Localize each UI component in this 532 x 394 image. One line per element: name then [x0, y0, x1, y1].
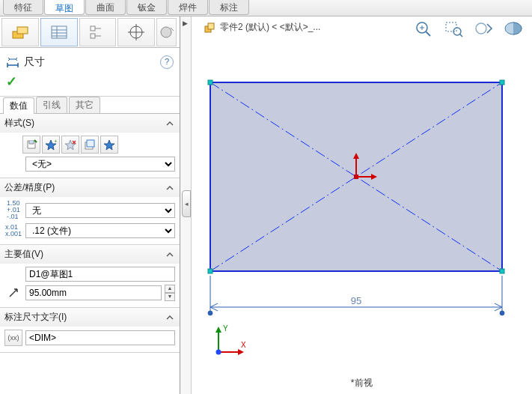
svg-marker-49	[215, 327, 221, 333]
style-update-button[interactable]	[100, 136, 118, 154]
style-remove-button[interactable]	[61, 136, 79, 154]
subtab-leader[interactable]: 引线	[36, 97, 67, 113]
svg-rect-20	[87, 140, 94, 147]
collapse-icon	[165, 249, 175, 260]
command-manager-tabs: 特征 草图 曲面 钣金 焊件 标注	[0, 0, 532, 16]
precision-dropdown[interactable]: .12 (文件)	[25, 223, 175, 238]
property-list-icon	[50, 25, 68, 40]
display-manager-tab[interactable]	[156, 18, 177, 46]
config-tree-icon	[89, 25, 106, 40]
ok-button[interactable]: ✓	[6, 74, 17, 89]
svg-point-52	[216, 350, 221, 355]
tab-weldment[interactable]: 焊件	[168, 0, 208, 15]
style-load-button[interactable]	[81, 136, 99, 154]
property-manager-panel: 尺寸 ? ✓ 数值 引线 其它 样式(S)	[0, 16, 180, 394]
zoom-to-area-button[interactable]	[442, 18, 465, 39]
tab-sketch[interactable]: 草图	[44, 0, 85, 15]
pm-header: 尺寸 ?	[0, 48, 180, 72]
section-view-button[interactable]	[502, 18, 525, 39]
heads-up-toolbar	[412, 18, 525, 39]
section-tolerance: 公差/精度(P) 1.50+.01-.01 无 x.01x.001	[0, 178, 180, 245]
subtab-other[interactable]: 其它	[69, 97, 100, 113]
style-save-button[interactable]	[22, 136, 40, 154]
subtab-value[interactable]: 数值	[3, 97, 34, 114]
section-style-title: 样式(S)	[4, 117, 34, 130]
style-add-button[interactable]: +	[42, 136, 60, 154]
tab-features[interactable]: 特征	[3, 0, 43, 15]
svg-point-47	[500, 311, 504, 315]
collapse-icon	[165, 312, 175, 323]
panel-splitter[interactable]: ▶ ◂	[180, 16, 192, 394]
svg-point-28	[476, 23, 486, 34]
svg-rect-1	[17, 27, 28, 34]
breadcrumb-text: 零件2 (默认) < <默认>_...	[220, 21, 320, 34]
dimtext-prefix-icon[interactable]: (xx)	[4, 330, 22, 346]
help-button[interactable]: ?	[160, 55, 174, 69]
feature-manager-tab[interactable]	[1, 18, 39, 46]
section-style-header[interactable]: 样式(S)	[0, 114, 180, 133]
section-primary-title: 主要值(V)	[4, 248, 43, 261]
part-icon	[204, 22, 215, 34]
collapse-icon	[165, 118, 175, 129]
section-dimtext-title: 标注尺寸文字(I)	[4, 311, 67, 324]
section-style: 样式(S) +	[0, 114, 180, 178]
svg-rect-25	[446, 22, 456, 31]
tab-sheetmetal[interactable]: 钣金	[126, 0, 167, 15]
svg-rect-42	[354, 175, 358, 179]
zoom-to-fit-button[interactable]	[412, 18, 435, 39]
style-icon-row: +	[22, 136, 175, 154]
pm-title: 尺寸	[24, 55, 45, 69]
svg-rect-37	[500, 269, 504, 273]
axis-x-label: X	[241, 341, 246, 349]
pm-sub-tabs: 数值 引线 其它	[0, 97, 180, 114]
orientation-triad[interactable]: Y X	[211, 324, 247, 360]
svg-rect-35	[500, 80, 504, 85]
section-tolerance-title: 公差/精度(P)	[4, 181, 55, 194]
property-manager-tab[interactable]	[40, 18, 78, 46]
task-pane-handle[interactable]: ◂	[182, 190, 191, 217]
section-primary-header[interactable]: 主要值(V)	[0, 245, 180, 264]
collapse-icon	[165, 183, 175, 193]
svg-rect-8	[91, 34, 95, 38]
previous-view-button[interactable]	[472, 18, 495, 39]
section-dimension-text: 标注尺寸文字(I) (xx)	[0, 308, 180, 353]
tab-annotation[interactable]: 标注	[209, 0, 249, 15]
svg-line-27	[459, 34, 462, 37]
dimension-icon	[6, 56, 19, 68]
graphics-viewport[interactable]: 零件2 (默认) < <默认>_...	[192, 16, 532, 394]
target-icon	[128, 24, 144, 40]
view-orientation-label: 前视	[351, 377, 373, 390]
section-tolerance-header[interactable]: 公差/精度(P)	[0, 178, 180, 197]
style-dropdown[interactable]: <无>	[25, 157, 175, 172]
section-primary-value: 主要值(V)	[0, 245, 180, 308]
precision-icon: x.01x.001	[4, 224, 22, 237]
dimension-label[interactable]: 95	[351, 295, 361, 306]
dimension-value-input[interactable]	[25, 285, 162, 300]
configuration-manager-tab[interactable]	[79, 18, 117, 46]
reverse-direction-icon[interactable]	[4, 287, 22, 299]
dimension-text-input[interactable]	[25, 330, 175, 345]
feature-tree-icon	[10, 24, 30, 40]
section-dimtext-header[interactable]: 标注尺寸文字(I)	[0, 308, 180, 327]
axis-y-label: Y	[223, 324, 228, 333]
svg-point-14	[161, 27, 171, 37]
breadcrumb[interactable]: 零件2 (默认) < <默认>_...	[204, 21, 320, 34]
dimxpert-manager-tab[interactable]	[117, 18, 155, 46]
svg-rect-7	[91, 26, 95, 31]
tolerance-type-dropdown[interactable]: 无	[25, 203, 175, 218]
svg-line-24	[426, 31, 430, 36]
tab-surface[interactable]: 曲面	[85, 0, 126, 15]
render-ball-icon	[160, 25, 174, 39]
svg-rect-36	[208, 269, 213, 273]
flyout-tree-toggle[interactable]: ▶	[183, 19, 188, 27]
value-spinner[interactable]: ▲▼	[165, 285, 175, 301]
svg-rect-2	[52, 26, 67, 38]
svg-rect-34	[208, 80, 213, 85]
svg-point-46	[208, 311, 213, 315]
svg-marker-51	[238, 349, 244, 355]
pm-scroll-area[interactable]: 样式(S) +	[0, 114, 180, 394]
dimension-name-input[interactable]	[25, 267, 175, 282]
tolerance-type-icon: 1.50+.01-.01	[4, 200, 22, 220]
manager-tab-row	[0, 16, 180, 48]
pm-confirm-row: ✓	[0, 72, 180, 97]
